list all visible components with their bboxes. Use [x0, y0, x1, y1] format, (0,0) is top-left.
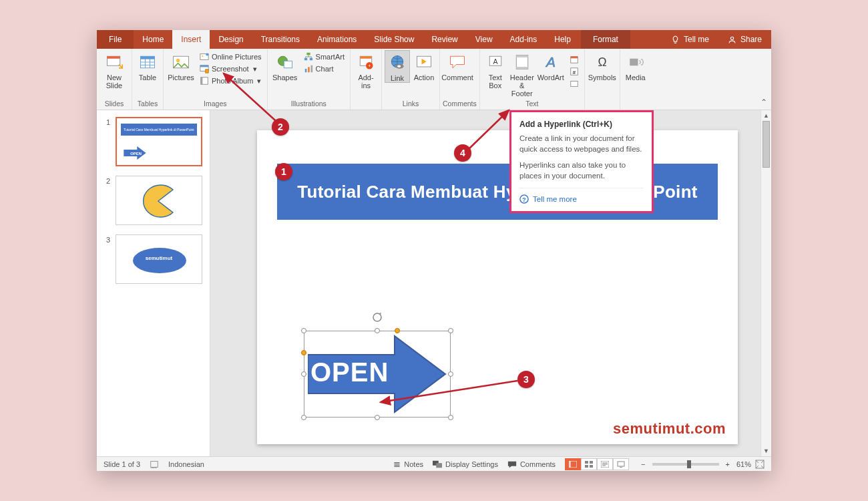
group-media-label — [623, 106, 648, 110]
addins-button[interactable]: + Add- ins — [353, 50, 379, 90]
pictures-icon — [172, 53, 190, 71]
selected-arrow-shape[interactable]: OPEN — [304, 331, 451, 418]
symbols-label: Symbols — [588, 73, 616, 81]
scroll-handle[interactable] — [763, 121, 770, 168]
scroll-up[interactable]: ▲ — [761, 110, 771, 121]
thumb1-arrow-icon: OPEN — [124, 146, 146, 160]
handle-e[interactable] — [448, 371, 453, 377]
tab-home[interactable]: Home — [134, 30, 172, 49]
new-slide-button[interactable]: New Slide — [99, 50, 129, 90]
zoom-slider-handle[interactable] — [687, 460, 691, 468]
tab-help[interactable]: Help — [546, 30, 580, 49]
tab-slideshow[interactable]: Slide Show — [365, 30, 423, 49]
handle-ne[interactable] — [448, 328, 453, 333]
view-normal[interactable] — [565, 458, 581, 470]
text-extra-1[interactable] — [567, 54, 582, 65]
handle-s[interactable] — [375, 415, 380, 420]
group-images-label: Images — [166, 98, 264, 110]
rotate-handle[interactable] — [372, 312, 383, 323]
shapes-button[interactable]: Shapes — [270, 50, 300, 81]
tab-file[interactable]: File — [97, 30, 134, 49]
vertical-scrollbar[interactable]: ▲ ▼ — [761, 110, 771, 456]
comment-button[interactable]: Comment — [443, 50, 472, 81]
tab-animations[interactable]: Animations — [308, 30, 365, 49]
view-slideshow[interactable] — [613, 458, 629, 470]
display-settings[interactable]: Display Settings — [433, 460, 498, 468]
callout-2: 2 — [272, 118, 289, 136]
scroll-down[interactable]: ▼ — [761, 446, 771, 456]
slide-thumbnails-panel[interactable]: 1 Tutorial Cara Membuat Hyperlink di Pow… — [97, 110, 210, 456]
textbox-button[interactable]: A Text Box — [483, 50, 508, 90]
comments-toggle[interactable]: Comments — [507, 460, 556, 468]
online-pictures-button[interactable]: Online Pictures — [197, 51, 264, 62]
tab-design[interactable]: Design — [210, 30, 252, 49]
thumbnail-3[interactable]: semutimut — [116, 234, 202, 284]
handle-nw[interactable] — [301, 328, 306, 333]
notes-toggle[interactable]: ≣Notes — [393, 459, 423, 469]
spellcheck-icon[interactable] — [150, 460, 159, 469]
online-pictures-label: Online Pictures — [212, 53, 262, 61]
screenshot-button[interactable]: Screenshot▾ — [197, 63, 264, 74]
handle-w[interactable] — [301, 371, 306, 377]
callout-1: 1 — [275, 163, 292, 180]
svg-rect-16 — [284, 61, 292, 68]
smartart-button[interactable]: SmartArt — [301, 51, 347, 62]
svg-text:+: + — [368, 63, 371, 68]
symbols-button[interactable]: Ω Symbols — [588, 50, 617, 81]
share-button[interactable]: Share — [718, 30, 771, 49]
thumbnail-2[interactable] — [116, 176, 202, 225]
tooltip-tell-me-more[interactable]: ? Tell me more — [519, 188, 644, 204]
tab-view[interactable]: View — [467, 30, 501, 49]
wordart-button[interactable]: A WordArt — [536, 50, 566, 81]
slide-counter[interactable]: Slide 1 of 3 — [103, 460, 140, 468]
textbox-label: Text Box — [489, 73, 502, 90]
zoom-in[interactable]: + — [723, 460, 732, 468]
tab-transitions[interactable]: Transitions — [252, 30, 308, 49]
thumbnail-1[interactable]: Tutorial Cara Membuat Hyperlink di Power… — [116, 117, 202, 166]
svg-rect-55 — [590, 465, 593, 468]
handle-se[interactable] — [448, 415, 453, 420]
zoom-slider[interactable] — [652, 463, 719, 466]
object-icon — [570, 79, 579, 88]
zoom-percent[interactable]: 61% — [736, 460, 751, 468]
media-button[interactable]: Media — [623, 50, 648, 81]
handle-sw[interactable] — [301, 415, 306, 420]
link-button[interactable]: Link — [385, 50, 410, 83]
zoom-controls: − + 61% — [638, 460, 765, 469]
photo-album-button[interactable]: Photo Album▾ — [197, 75, 264, 86]
tab-format[interactable]: Format — [581, 30, 630, 49]
svg-rect-42 — [630, 59, 638, 66]
new-slide-label: New Slide — [106, 73, 122, 90]
svg-rect-49 — [436, 463, 442, 468]
header-footer-icon — [513, 53, 531, 71]
language-indicator[interactable]: Indonesian — [168, 460, 204, 468]
collapse-ribbon[interactable]: ⌃ — [761, 98, 767, 107]
svg-point-0 — [730, 37, 733, 39]
header-footer-button[interactable]: Header & Footer — [509, 50, 535, 98]
view-sorter[interactable] — [581, 458, 597, 470]
zoom-out[interactable]: − — [638, 460, 648, 468]
handle-n[interactable] — [375, 328, 380, 333]
powerpoint-window: File Home Insert Design Transitions Anim… — [97, 30, 771, 471]
tab-addins[interactable]: Add-ins — [501, 30, 546, 49]
group-text-label: Text — [483, 98, 582, 110]
online-pictures-icon — [200, 52, 209, 61]
addins-icon: + — [357, 53, 375, 71]
ribbon-tabbar: File Home Insert Design Transitions Anim… — [97, 30, 771, 49]
tab-review[interactable]: Review — [423, 30, 466, 49]
slide-canvas-area[interactable]: Tutorial Cara Membuat Hyperlink di Power… — [210, 110, 771, 456]
action-button[interactable]: Action — [411, 50, 437, 81]
table-button[interactable]: Table — [135, 50, 160, 81]
adjust-handle-2[interactable] — [301, 350, 306, 355]
fit-window-icon[interactable] — [755, 460, 765, 469]
tab-insert[interactable]: Insert — [172, 30, 210, 49]
text-extra-3[interactable] — [567, 78, 582, 89]
wordart-label: WordArt — [537, 73, 564, 81]
chart-button[interactable]: Chart — [301, 63, 347, 74]
view-reading[interactable] — [597, 458, 613, 470]
pictures-button[interactable]: Pictures — [166, 50, 196, 81]
tell-me[interactable]: Tell me — [662, 30, 718, 49]
text-extra-2[interactable]: # — [567, 66, 582, 77]
thumb-num-1: 1 — [103, 117, 110, 166]
thumb-num-2: 2 — [103, 176, 110, 225]
